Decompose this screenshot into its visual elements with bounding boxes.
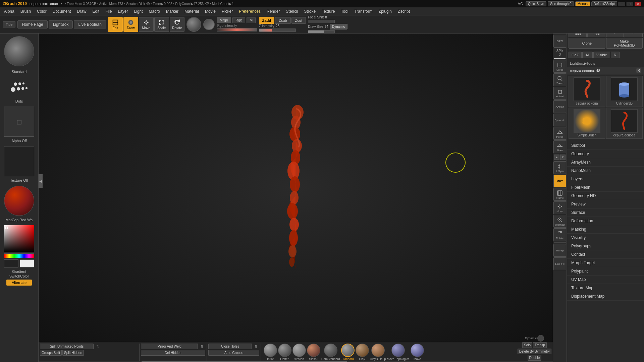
delete-symmetry-button[interactable]: Delete By Symmetry xyxy=(518,349,551,354)
section-polypaint[interactable]: Polypaint xyxy=(567,267,644,276)
menu-preferences[interactable]: Preferences xyxy=(236,8,263,14)
alternate-button[interactable]: Alternate xyxy=(6,280,32,286)
rotate-button[interactable]: Rotate xyxy=(170,17,184,32)
double-button[interactable]: Double xyxy=(528,355,542,361)
split-unmasked-button[interactable]: Split Unmasked Points xyxy=(40,344,94,349)
mirror-weld-button[interactable]: Mirror And Weld xyxy=(141,344,198,349)
section-displacement-map[interactable]: Displacement Map xyxy=(567,292,644,301)
menu-zscript[interactable]: Zscript xyxy=(395,8,413,14)
section-nanomesh[interactable]: NanoMesh xyxy=(567,167,644,175)
clone-button[interactable]: Clone xyxy=(569,38,605,49)
tool-thumb-1[interactable]: серьга основа xyxy=(569,76,605,107)
swatch-light[interactable] xyxy=(20,259,34,267)
floor-button[interactable]: Floor xyxy=(553,140,566,153)
move-button[interactable]: Move xyxy=(139,17,154,32)
canvas-area[interactable] xyxy=(39,34,553,342)
section-masking[interactable]: Masking xyxy=(567,225,644,234)
groups-split-button[interactable]: Groups Split xyxy=(40,350,62,356)
transp-button[interactable]: Transp xyxy=(553,244,566,257)
section-contact[interactable]: Contact xyxy=(567,250,644,259)
actual-button[interactable]: ⊡ Actual xyxy=(553,87,566,100)
edit-button[interactable]: Edit xyxy=(108,17,123,32)
del-hidden-button[interactable]: Del Hidden xyxy=(141,350,205,356)
menu-draw[interactable]: Draw xyxy=(74,8,89,14)
brush-item-standard[interactable]: Standard xyxy=(341,344,355,361)
make-polymesh3d-button[interactable]: Make PolyMesh3D xyxy=(606,38,643,49)
aahalf-button[interactable]: AAHalf xyxy=(553,100,566,113)
section-uv-map[interactable]: UV Map xyxy=(567,276,644,284)
window-close-button[interactable]: ✕ xyxy=(635,2,641,6)
menu-layer[interactable]: Layer xyxy=(115,8,131,14)
r-button[interactable]: R xyxy=(611,52,620,58)
tool-thumb-2[interactable]: Cylinder3D xyxy=(606,76,643,107)
linefill-button[interactable]: Line Fill xyxy=(553,257,566,270)
section-surface[interactable]: Surface xyxy=(567,208,644,217)
menu-stroke[interactable]: Stroke xyxy=(301,8,318,14)
solo-button[interactable]: Solo xyxy=(522,342,532,348)
arrow-up-button[interactable]: ▲ xyxy=(554,155,559,160)
menu-transform[interactable]: Transform xyxy=(352,8,375,14)
menu-document[interactable]: Document xyxy=(50,8,74,14)
frame-button[interactable]: Frame xyxy=(553,188,566,201)
brush-item-slash3[interactable]: Slash3 xyxy=(307,344,320,361)
brush-item-claybuildup[interactable]: ClayBuildup xyxy=(370,344,386,361)
xyz-button[interactable]: ΩΧΥ xyxy=(553,175,566,187)
menu-edit[interactable]: Edit xyxy=(90,8,102,14)
draw-size-slider[interactable] xyxy=(308,30,335,34)
brush-item-damstandard[interactable]: DamStandard xyxy=(321,344,340,361)
menu-brush[interactable]: Brush xyxy=(18,8,34,14)
zoom3d-button[interactable]: Zoom3D xyxy=(553,215,566,228)
goz-button[interactable]: GoZ xyxy=(569,52,582,58)
default-zscript-button[interactable]: DefaultZScript xyxy=(591,1,617,6)
transp-small-button[interactable]: Transp xyxy=(533,342,547,348)
draw-button[interactable]: Draw xyxy=(123,17,138,32)
canvas-edge-toggle[interactable]: ◀ xyxy=(39,174,43,188)
lsym-button[interactable]: L Sym xyxy=(553,161,566,174)
live-boolean-tab[interactable]: Live Boolean xyxy=(74,20,106,28)
dynamic-button[interactable]: Dynamic xyxy=(553,114,566,126)
menus-button[interactable]: Menus xyxy=(575,1,590,6)
brush-item-spolish[interactable]: sPolish xyxy=(292,344,306,361)
brush-item-move[interactable]: Move xyxy=(411,344,424,361)
zcut-button[interactable]: Zcut xyxy=(291,17,306,24)
persp-button[interactable]: Persp xyxy=(553,127,566,140)
section-geometry-hd[interactable]: Geometry HD xyxy=(567,192,644,200)
see-through-button[interactable]: See-through 0 xyxy=(548,1,574,6)
menu-marker[interactable]: Marker xyxy=(163,8,181,14)
lightbox-tab[interactable]: LightBox xyxy=(49,20,73,28)
window-max-button[interactable]: □ xyxy=(627,2,633,6)
section-deformation[interactable]: Deformation xyxy=(567,217,644,225)
arrow-down-button[interactable]: ▼ xyxy=(560,155,566,160)
all-button[interactable]: All xyxy=(582,52,592,58)
menu-render[interactable]: Render xyxy=(264,8,282,14)
alpha-preview[interactable]: ◻ xyxy=(4,107,34,137)
menu-file[interactable]: File xyxy=(103,8,114,14)
brush-item-inflat[interactable]: Inflat xyxy=(264,344,277,361)
rgb-intensity-slider[interactable] xyxy=(217,28,257,32)
color-picker[interactable] xyxy=(4,225,34,252)
m-button[interactable]: M xyxy=(247,17,256,23)
zoom-button[interactable]: Zoom xyxy=(553,73,566,86)
menu-light[interactable]: Light xyxy=(131,8,146,14)
section-polygroups[interactable]: Polygroups xyxy=(567,242,644,250)
section-geometry[interactable]: Geometry xyxy=(567,150,644,158)
section-layers[interactable]: Layers xyxy=(567,175,644,183)
menu-stencil[interactable]: Stencil xyxy=(283,8,301,14)
swatch-dark[interactable] xyxy=(4,259,18,267)
section-texture-map[interactable]: Texture Map xyxy=(567,284,644,292)
section-subtool[interactable]: Subtool xyxy=(567,141,644,150)
lightbox-tools-row[interactable]: Lightbox▶Tools xyxy=(567,60,644,67)
section-arraymesh[interactable]: ArrayMesh xyxy=(567,158,644,167)
scroll-button[interactable]: Scroll xyxy=(553,60,566,73)
bpr-button[interactable]: BPR xyxy=(553,35,566,48)
texture-preview[interactable] xyxy=(4,146,34,176)
rotate3d-button[interactable]: Rotate xyxy=(553,228,566,241)
zsub-button[interactable]: Zsub xyxy=(275,17,290,24)
brush-item-movetopologice[interactable]: Move Topologice xyxy=(387,344,410,361)
menu-movie[interactable]: Movie xyxy=(202,8,218,14)
menu-zplugin[interactable]: Zplugin xyxy=(376,8,394,14)
mrgb-button[interactable]: Mrgb xyxy=(217,17,231,23)
canvas-inner[interactable] xyxy=(39,34,553,342)
hue-strip[interactable] xyxy=(4,253,34,258)
dynamic-circle[interactable] xyxy=(537,335,544,342)
